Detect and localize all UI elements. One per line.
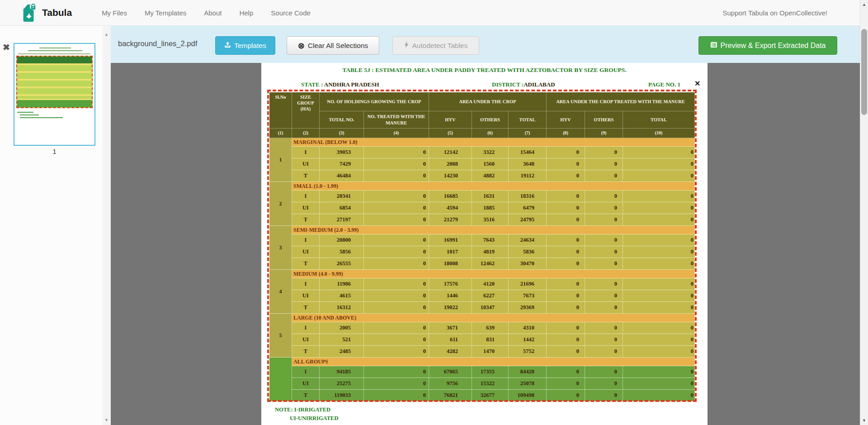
page-number-label: 1 bbox=[14, 148, 95, 155]
templates-button[interactable]: Templates bbox=[215, 36, 275, 55]
tabula-logo-icon bbox=[20, 3, 38, 23]
pdf-viewer: TABLE 5J : ESTIMATED AREA UNDER PADDY TR… bbox=[111, 63, 860, 425]
table-list-icon bbox=[710, 41, 717, 50]
window-scrollbar[interactable]: ▲ ▼ bbox=[860, 0, 868, 425]
sidebar-scrollbar[interactable]: ▲ ▼ bbox=[103, 26, 111, 425]
menu-item-my-files[interactable]: My Files bbox=[102, 9, 127, 17]
clear-selections-label: Clear All Selections bbox=[308, 42, 368, 50]
export-button[interactable]: Preview & Export Extracted Data bbox=[698, 36, 837, 55]
lightning-icon bbox=[404, 41, 409, 50]
pdf-page[interactable]: TABLE 5J : ESTIMATED AREA UNDER PADDY TR… bbox=[261, 63, 708, 425]
scroll-up-icon[interactable]: ▲ bbox=[104, 32, 108, 37]
support-link[interactable]: Support Tabula on OpenCollective! bbox=[722, 9, 827, 17]
state-field: STATE : ANDHRA PRADESH bbox=[301, 81, 379, 88]
thumbnail-table-body bbox=[17, 63, 92, 99]
scroll-down-icon[interactable]: ▼ bbox=[104, 418, 108, 422]
brand-wrap[interactable]: Tabula bbox=[20, 3, 72, 23]
thumbnail-note-line bbox=[20, 117, 63, 118]
menu-item-source-code[interactable]: Source Code bbox=[271, 9, 311, 17]
templates-button-label: Templates bbox=[234, 42, 266, 50]
clear-selections-button[interactable]: ⊗ Clear All Selections bbox=[287, 36, 379, 55]
thumbnail-title-line bbox=[39, 48, 71, 48]
thumbnail-meta-line bbox=[18, 53, 90, 54]
autodetect-tables-label: Autodetect Tables bbox=[412, 42, 468, 50]
menu-item-about[interactable]: About bbox=[204, 9, 222, 17]
toolbar: background_lines_2.pdf Templates ⊗ Clear… bbox=[111, 26, 860, 63]
district-field: DISTRICT :ADILABAD bbox=[492, 81, 555, 88]
navbar: Tabula My Files My Templates About Help … bbox=[0, 0, 860, 26]
menu-item-help[interactable]: Help bbox=[239, 9, 253, 17]
selection-close-button[interactable]: ✕ bbox=[694, 79, 700, 88]
thumbnail-table-preview bbox=[16, 56, 93, 108]
scroll-down-icon[interactable]: ▼ bbox=[862, 418, 866, 423]
thumbnail-note-line bbox=[20, 115, 39, 115]
thumbnail-table-footer bbox=[17, 99, 92, 107]
page-thumbnail[interactable] bbox=[14, 43, 95, 146]
brand-title[interactable]: Tabula bbox=[42, 7, 72, 18]
upload-icon bbox=[224, 41, 231, 50]
scroll-up-icon[interactable]: ▲ bbox=[862, 2, 866, 7]
note-line: UI-UNIRRIGATED bbox=[290, 414, 338, 423]
menu-item-my-templates[interactable]: My Templates bbox=[145, 9, 186, 17]
thumbnail-sidebar: ✖ 1 ▲ ▼ bbox=[0, 26, 111, 425]
autodetect-tables-button[interactable]: Autodetect Tables bbox=[392, 36, 479, 55]
selection-box[interactable] bbox=[267, 90, 697, 402]
thumbnail-note-line bbox=[17, 112, 33, 113]
main-menu: My Files My Templates About Help Source … bbox=[102, 9, 311, 17]
remove-page-icon[interactable]: ✖ bbox=[3, 43, 10, 52]
page-no-field: PAGE NO. 1 bbox=[648, 81, 680, 88]
circle-x-icon: ⊗ bbox=[298, 42, 305, 50]
document-notes: NOTE: I-IRRIGATED UI-UNIRRIGATED bbox=[275, 406, 338, 423]
thumbnail-title-line bbox=[28, 50, 82, 51]
filename-label: background_lines_2.pdf bbox=[118, 39, 197, 48]
export-button-label: Preview & Export Extracted Data bbox=[721, 42, 826, 50]
thumbnail-table-header bbox=[17, 57, 92, 63]
scrollbar-thumb[interactable] bbox=[861, 29, 867, 115]
document-title: TABLE 5J : ESTIMATED AREA UNDER PADDY TR… bbox=[261, 67, 708, 74]
note-line: NOTE: I-IRRIGATED bbox=[275, 406, 338, 414]
